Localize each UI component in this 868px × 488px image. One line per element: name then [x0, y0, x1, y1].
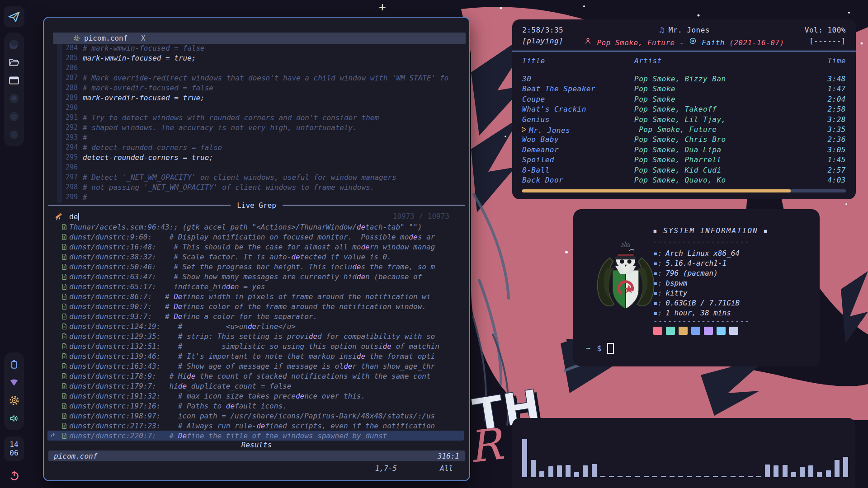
bullet-icon: ▪: [653, 299, 662, 307]
visualizer-bar [826, 470, 831, 477]
line-number: 297 [44, 173, 83, 181]
block-cursor [607, 343, 614, 354]
status-wifi[interactable] [8, 376, 20, 389]
visualizer-bars [522, 436, 848, 477]
match-count: 10973 / 10973 [393, 212, 449, 221]
grep-result-row[interactable]: dunst/dunstrc:16:48: # This should be th… [47, 242, 464, 252]
visualizer-bar [566, 465, 571, 477]
track-row[interactable]: GeniusPop Smoke, Lil Tjay,3:28 [522, 115, 846, 125]
column-artist: Artist [634, 56, 662, 65]
visualizer-bar [678, 476, 683, 477]
visualizer-bar [687, 476, 692, 477]
line-number: 291 [44, 113, 83, 122]
grep-result-row[interactable]: dunst/dunstrc:129:35: # strip: This sett… [47, 331, 464, 341]
sidebar-item-github[interactable] [8, 92, 20, 105]
status-gear[interactable] [8, 394, 20, 407]
line-number: 296 [44, 163, 83, 171]
code-line[interactable]: 294# detect-rounded-corners = false [44, 142, 467, 152]
sidebar-item-spotify[interactable] [8, 110, 20, 123]
grep-result-row[interactable]: dunst/dunstrc:50:46: # Set the progress … [47, 262, 464, 272]
grep-result-row[interactable]: Thunar/accels.scm:96:43:; (gtk_accel_pat… [47, 222, 464, 232]
editor-window: picom.conf X 284# mark-wmwin-focused = f… [43, 17, 470, 481]
music-note-icon: ♫ [658, 26, 665, 34]
results-label: Results [44, 441, 469, 449]
grep-result-row[interactable]: dunst/dunstrc:198:97: icon_path = /usr/s… [47, 411, 464, 421]
statusline: picom.conf 316:1 [48, 450, 465, 461]
sidebar-item-firefox[interactable] [8, 38, 20, 51]
code-line[interactable]: 293# [44, 132, 467, 142]
line-number: 292 [44, 123, 83, 131]
status-battery[interactable] [8, 358, 20, 371]
file-icon [59, 323, 69, 330]
code-line[interactable]: 295detect-rounded-corners = true; [44, 152, 467, 162]
grep-result-row[interactable]: dunst/dunstrc:220:7: # Define the title … [47, 431, 464, 441]
sidebar-item-folder-open[interactable] [8, 56, 20, 69]
telescope-prompt[interactable]: de 10973 / 10973 [54, 211, 465, 222]
song-progress-fill [522, 189, 791, 192]
grep-result-row[interactable]: dunst/dunstrc:124:19: # <u>underline</u> [47, 321, 464, 331]
grep-result-row[interactable]: dunst/dunstrc:139:46: # It's important t… [47, 351, 464, 361]
color-swatch [717, 327, 726, 335]
code-line[interactable]: 291# Try to detect windows with rounded … [44, 113, 467, 122]
sysinfo-line: ▪:bspwm [653, 278, 740, 288]
track-row[interactable]: CoupePop Smoke2:04 [522, 95, 846, 105]
grep-result-row[interactable]: dunst/dunstrc:65:17: indicate_hidden = y… [47, 282, 464, 291]
sysinfo-line: ▪:796 (pacman) [653, 268, 740, 278]
track-row[interactable]: 8-BallPop Smoke, Kid Cudi2:57 [522, 166, 846, 176]
grep-result-row[interactable]: dunst/dunstrc:179:7: hide_duplicate_coun… [47, 381, 464, 391]
grep-result-row[interactable]: dunst/dunstrc:217:23: # Always run rule-… [47, 421, 464, 431]
power-button[interactable] [6, 467, 22, 483]
sidebar-item-info[interactable] [8, 128, 20, 141]
line-number: 284 [44, 44, 83, 52]
file-icon [59, 303, 69, 310]
code-line[interactable]: 297# Detect '_NET_WM_OPACITY' on client … [44, 172, 467, 182]
song-progress-bar[interactable] [522, 189, 846, 192]
grep-result-row[interactable]: dunst/dunstrc:90:7: # Defines color of t… [47, 301, 464, 311]
status-volume[interactable] [8, 412, 20, 425]
grep-result-row[interactable]: dunst/dunstrc:93:7: # Define a color for… [47, 311, 464, 321]
code-line[interactable]: 284# mark-wmwin-focused = false [44, 43, 467, 53]
bullet-icon: ▪: [653, 309, 662, 317]
code-line[interactable]: 288# mark-ovredir-focused = false [44, 83, 467, 93]
code-line[interactable]: 292# shaped windows. The accuracy is not… [44, 122, 467, 132]
code-line[interactable]: 285mark-wmwin-focused = true; [44, 53, 467, 63]
shell-prompt[interactable]: ~ $ [586, 343, 614, 354]
track-row[interactable]: Beat The SpeakerPop Smoke1:47 [522, 84, 846, 94]
code-line[interactable]: 287# Mark override-redirect windows that… [44, 73, 467, 83]
grep-result-row[interactable]: dunst/dunstrc:38:32: # Scale factor. It … [47, 252, 464, 262]
now-playing-artists: Pop Smoke, Future [597, 38, 675, 47]
visualizer-bar [652, 476, 657, 477]
grep-result-row[interactable]: dunst/dunstrc:163:43: # Show age of mess… [47, 361, 464, 371]
search-query-input[interactable]: de [69, 212, 78, 221]
grep-result-row[interactable]: dunst/dunstrc:63:47: # Show how many mes… [47, 272, 464, 282]
code-line[interactable]: 290 [44, 103, 467, 113]
clock-widget: 14 06 [4, 436, 24, 461]
code-area[interactable]: 284# mark-wmwin-focused = false285mark-w… [44, 43, 467, 202]
code-line[interactable]: 289mark-ovredir-focused = true; [44, 93, 467, 103]
track-row[interactable]: Back DoorPop Smoke, Quavo, Ko4:03 [522, 176, 846, 186]
tab-close-icon[interactable]: X [141, 34, 145, 42]
prompt-path: ~ [586, 344, 590, 353]
code-line[interactable]: 298# not passing '_NET_WM_OPACITY' of cl… [44, 182, 467, 192]
visualizer-bar [713, 476, 718, 477]
grep-result-row[interactable]: dunst/dunstrc:9:60: # Display notificati… [47, 232, 464, 242]
track-row[interactable]: Mr. Jones Pop Smoke, Future3:35 [522, 125, 846, 135]
sysinfo-lines: ▪:Arch Linux x86_64▪:5.16.4-arch1-1▪:796… [653, 248, 740, 318]
grep-result-row[interactable]: dunst/dunstrc:191:32: # max_icon_size ta… [47, 391, 464, 401]
sidebar-item-window[interactable] [8, 74, 20, 87]
grep-result-row[interactable]: dunst/dunstrc:132:51: # simplistic so us… [47, 341, 464, 351]
grep-result-row[interactable]: dunst/dunstrc:197:16: # Paths to default… [47, 401, 464, 411]
track-row[interactable]: DemeanorPop Smoke, Dua Lipa3:05 [522, 145, 846, 155]
code-line[interactable]: 286 [44, 63, 467, 73]
track-row[interactable]: What's CrackinPop Smoke, Takeoff2:58 [522, 105, 846, 115]
track-row[interactable]: SpoiledPop Smoke, Pharrell1:45 [522, 155, 846, 165]
line-number: 286 [44, 64, 83, 72]
tab-picom-conf[interactable]: picom.conf X [53, 34, 145, 42]
track-row[interactable]: Woo BabyPop Smoke, Chris Bro2:36 [522, 135, 846, 145]
grep-result-row[interactable]: dunst/dunstrc:86:7: # Defines width in p… [47, 291, 464, 301]
track-row[interactable]: 30Pop Smoke, Bizzy Ban3:48 [522, 75, 846, 84]
grep-result-row[interactable]: dunst/dunstrc:178:9: # Hide the count of… [47, 371, 464, 381]
volume-bar[interactable]: [------] [809, 37, 846, 45]
app-launcher-button[interactable] [4, 6, 24, 27]
code-line[interactable]: 296 [44, 162, 467, 172]
